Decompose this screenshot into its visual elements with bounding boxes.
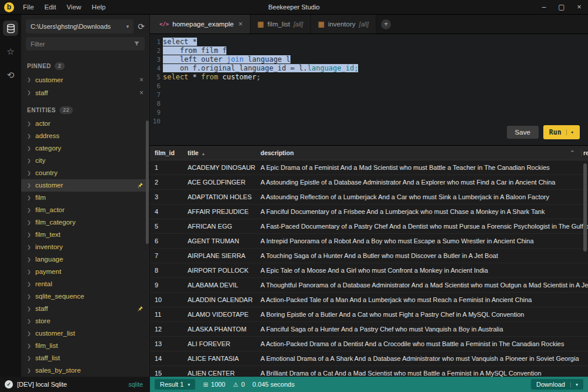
cell-description: A Intrepid Panorama of a Robot And a Boy… — [260, 237, 588, 244]
filter-input[interactable] — [31, 41, 133, 48]
table-row[interactable]: 5AFRICAN EGGA Fast-Paced Documentary of … — [150, 219, 588, 234]
table-row[interactable]: 12ALASKA PHANTOMA Fanciful Saga of a Hun… — [150, 322, 588, 337]
results-scrollbar[interactable] — [583, 163, 587, 252]
rail-favorites-button[interactable]: ☆ — [3, 44, 18, 59]
run-label: Run — [549, 128, 562, 136]
table-row[interactable]: 6AGENT TRUMANA Intrepid Panorama of a Ro… — [150, 234, 588, 249]
cell-title: AIRPLANE SIERRA — [188, 252, 260, 259]
entity-item-film_text[interactable]: ❯film_text — [21, 229, 149, 241]
table-row[interactable]: 13ALI FOREVERA Action-Packed Drama of a … — [150, 337, 588, 351]
table-row[interactable]: 9ALABAMA DEVILA Thoughtful Panorama of a… — [150, 278, 588, 293]
status-bar: ✓ [DEV] local Sqlite sqlite Result 1 ▾ ⊞… — [0, 377, 588, 392]
entity-item-language[interactable]: ❯language — [21, 253, 149, 266]
chevron-right-icon: ❯ — [27, 121, 31, 126]
editor-line-2[interactable]: 2 from film f — [150, 46, 588, 55]
entity-item-category[interactable]: ❯category — [21, 142, 149, 155]
results-header: film_id title▴ description ⌃ re — [150, 146, 588, 160]
table-name: store — [35, 317, 143, 324]
tab-homepage_example[interactable]: </>homepage_example× — [150, 15, 250, 33]
table-name: staff — [35, 305, 133, 312]
pinned-section-header[interactable]: PINNED 2 — [21, 55, 149, 73]
entity-item-payment[interactable]: ❯payment — [21, 266, 149, 278]
unpin-close-icon[interactable]: × — [139, 76, 143, 84]
column-header-description[interactable]: description — [260, 149, 564, 156]
column-header-title[interactable]: title▴ — [188, 149, 260, 156]
editor-line-5[interactable]: 5select * from customer; — [150, 73, 588, 82]
download-button[interactable]: Download ▾ — [531, 379, 583, 390]
pinned-item-customer[interactable]: ❯customer× — [21, 73, 149, 86]
app-logo-icon[interactable]: b — [4, 2, 14, 12]
tab-strip: </>homepage_example×▦film_list[all]▦inve… — [150, 15, 376, 33]
table-row[interactable]: 8AIRPORT POLLOCKA Epic Tale of a Moose A… — [150, 263, 588, 278]
star-icon: ☆ — [6, 46, 14, 57]
entity-item-staff[interactable]: ❯staff — [21, 303, 149, 315]
entity-item-actor[interactable]: ❯actor — [21, 118, 149, 130]
table-row[interactable]: 15ALIEN CENTERA Brilliant Drama of a Cat… — [150, 366, 588, 377]
entity-item-film_actor[interactable]: ❯film_actor — [21, 204, 149, 216]
maximize-button[interactable]: ▢ — [553, 3, 570, 11]
editor-line-8[interactable]: 8 — [150, 99, 588, 108]
entity-item-staff_list[interactable]: ❯staff_list — [21, 352, 149, 364]
pinned-item-staff[interactable]: ❯staff× — [21, 86, 149, 99]
column-header-next-clipped[interactable]: re — [581, 149, 588, 156]
table-row[interactable]: 14ALICE FANTASIAA Emotional Drama of a A… — [150, 351, 588, 366]
sidebar-scrollbar[interactable] — [146, 120, 149, 244]
result-selector[interactable]: Result 1 ▾ — [155, 379, 195, 390]
table-row[interactable]: 2ACE GOLDFINGERA Astounding Epistle of a… — [150, 175, 588, 190]
rail-connections-button[interactable] — [3, 21, 18, 36]
connection-label[interactable]: [DEV] local Sqlite — [17, 381, 124, 388]
new-tab-button[interactable]: + — [381, 19, 391, 29]
minimize-button[interactable]: – — [535, 3, 553, 11]
refresh-icon[interactable]: ⟳ — [138, 22, 145, 31]
editor-line-9[interactable]: 9 — [150, 108, 588, 117]
tab-film_list[interactable]: ▦film_list[all] — [250, 15, 311, 33]
entity-item-film[interactable]: ❯film — [21, 192, 149, 204]
editor-line-10[interactable]: 10 — [150, 117, 588, 126]
menu-edit[interactable]: Edit — [39, 4, 62, 11]
entity-item-sqlite_sequence[interactable]: ❯sqlite_sequence — [21, 290, 149, 303]
entity-item-film_list[interactable]: ❯film_list — [21, 340, 149, 352]
download-options-caret-icon[interactable]: ▾ — [570, 382, 578, 387]
menu-view[interactable]: View — [61, 4, 86, 11]
workspace-path-select[interactable]: C:\Users\ghstng\Downloads ▾ — [26, 19, 133, 33]
table-row[interactable]: 11ALAMO VIDEOTAPEA Boring Epistle of a B… — [150, 307, 588, 322]
sql-editor[interactable]: 1select *2 from film f3 left outer join … — [150, 34, 588, 145]
entity-item-store[interactable]: ❯store — [21, 315, 149, 327]
entities-list: ❯actor❯address❯category❯city❯country❯cus… — [21, 118, 149, 377]
close-tab-icon[interactable]: × — [238, 20, 242, 28]
editor-line-3[interactable]: 3 left outer join language l — [150, 55, 588, 64]
entity-item-film_category[interactable]: ❯film_category — [21, 216, 149, 229]
rail-history-button[interactable]: ⟲ — [3, 68, 18, 83]
cell-description: A Fanciful Documentary of a Frisbee And … — [260, 208, 588, 215]
editor-line-7[interactable]: 7 — [150, 91, 588, 99]
editor-line-1[interactable]: 1select * — [150, 38, 588, 46]
entity-item-inventory[interactable]: ❯inventory — [21, 241, 149, 253]
entities-section-header[interactable]: ENTITIES 22 — [21, 99, 149, 118]
close-window-button[interactable]: × — [570, 3, 588, 11]
run-options-caret-icon[interactable]: ▾ — [566, 129, 574, 135]
table-row[interactable]: 1ACADEMY DINOSAURA Epic Drama of a Femin… — [150, 160, 588, 175]
menu-file[interactable]: File — [18, 4, 39, 11]
menu-help[interactable]: Help — [86, 4, 111, 11]
editor-line-6[interactable]: 6 — [150, 82, 588, 91]
table-row[interactable]: 7AIRPLANE SIERRAA Touching Saga of a Hun… — [150, 249, 588, 263]
save-button[interactable]: Save — [507, 126, 539, 139]
table-row[interactable]: 10ALADDIN CALENDARA Action-Packed Tale o… — [150, 293, 588, 307]
entity-item-country[interactable]: ❯country — [21, 167, 149, 179]
entity-item-customer_list[interactable]: ❯customer_list — [21, 327, 149, 340]
table-row[interactable]: 3ADAPTATION HOLESA Astounding Reflection… — [150, 190, 588, 205]
column-header-film-id[interactable]: film_id — [150, 149, 188, 156]
unpin-close-icon[interactable]: × — [139, 89, 143, 97]
entity-item-address[interactable]: ❯address — [21, 130, 149, 142]
entity-item-customer[interactable]: ❯customer — [21, 179, 149, 192]
run-button[interactable]: Run ▾ — [543, 125, 580, 139]
collapse-results-icon[interactable]: ⌃ — [570, 149, 575, 157]
beekeeper-studio-window: b File Edit View Help Beekeeper Studio –… — [0, 0, 588, 392]
entity-item-rental[interactable]: ❯rental — [21, 278, 149, 290]
entity-item-sales_by_store[interactable]: ❯sales_by_store — [21, 364, 149, 377]
pin-icon — [137, 306, 143, 312]
entity-item-city[interactable]: ❯city — [21, 155, 149, 167]
editor-line-4[interactable]: 4 on f.original_language_id = l.language… — [150, 64, 588, 73]
table-row[interactable]: 4AFFAIR PREJUDICEA Fanciful Documentary … — [150, 205, 588, 219]
tab-inventory[interactable]: ▦inventory[all] — [311, 15, 376, 33]
